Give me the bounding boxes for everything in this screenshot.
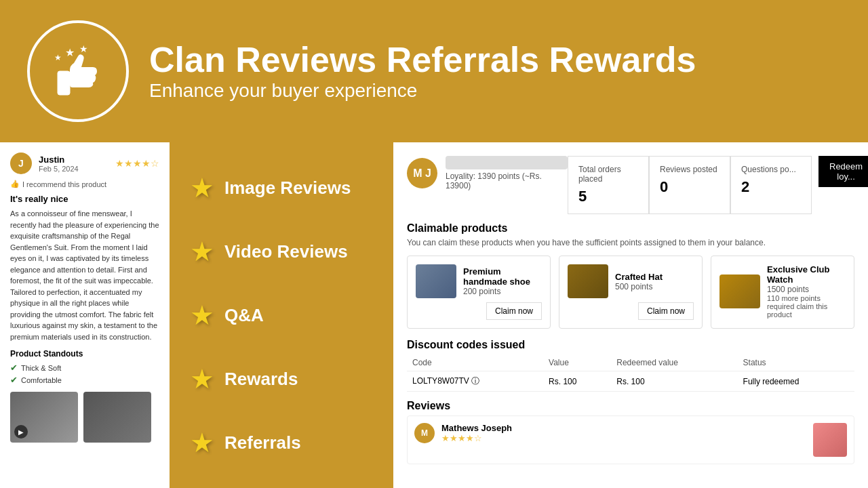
reviewer-name: Justin (39, 155, 115, 165)
feature-star-2: ★ (190, 236, 214, 267)
main-content: J Justin Feb 5, 2024 ★★★★☆ 👍 I recommend… (0, 142, 868, 488)
product-card-inner-watch: Exclusive Club Watch 1500 points 110 mor… (719, 264, 846, 319)
product-image-shoe (416, 264, 456, 298)
feature-image-reviews: ★ Image Reviews (190, 172, 373, 203)
reviewer-info: Justin Feb 5, 2024 (39, 155, 115, 173)
reviews-section-title: Reviews (407, 400, 854, 412)
feature-label-3: Q&A (224, 305, 264, 326)
reviewer-avatar: J (10, 152, 32, 174)
svg-text:★: ★ (54, 53, 62, 62)
review-product-image (813, 423, 847, 457)
feature-label-5: Referrals (224, 432, 301, 453)
product-points-watch: 1500 points (767, 285, 846, 294)
product-points-hat: 500 points (615, 282, 663, 291)
product-card-watch: Exclusive Club Watch 1500 points 110 mor… (711, 256, 854, 329)
product-card-hat: Crafted Hat 500 points Claim now (559, 256, 703, 329)
stat-reviews: Reviews posted 0 (649, 156, 730, 214)
claimable-desc: You can claim these products when you ha… (407, 238, 854, 247)
check-icon-1: ✔ (10, 363, 18, 373)
review-images: ▶ (10, 392, 159, 443)
claim-button-shoe[interactable]: Claim now (486, 302, 542, 320)
app-title: Clan Reviews Referrals Rewards (149, 41, 696, 79)
stat-orders: Total orders placed 5 (568, 156, 649, 214)
review-image-1: ▶ (10, 392, 78, 443)
col-redeemed: Redeemed value (611, 354, 737, 371)
review-card-panel: J Justin Feb 5, 2024 ★★★★☆ 👍 I recommend… (0, 142, 170, 488)
stat-orders-value: 5 (578, 188, 638, 205)
review-reviewer-name: Mathews Joseph (441, 423, 806, 433)
standout-item-2: ✔ Comfortable (10, 375, 159, 385)
product-info-watch: Exclusive Club Watch 1500 points 110 mor… (767, 264, 846, 319)
col-value: Value (543, 354, 611, 371)
reviewer-header: J Justin Feb 5, 2024 ★★★★☆ (10, 152, 159, 174)
stat-reviews-label: Reviews posted (660, 165, 719, 174)
review-info-sm: Mathews Joseph ★★★★☆ (441, 423, 806, 443)
logo-svg: ★ ★ ★ (44, 37, 112, 105)
discount-value: Rs. 100 (543, 371, 611, 392)
review-body: As a connoisseur of fine menswear, I rec… (10, 208, 159, 342)
feature-label-4: Rewards (224, 369, 298, 390)
review-image-2 (83, 392, 151, 443)
stat-questions-label: Questions po... (741, 165, 801, 174)
header-section: ★ ★ ★ Clan Reviews Referrals Rewards Enh… (0, 0, 868, 142)
product-note-watch: 110 more points required claim this prod… (767, 294, 846, 319)
product-image-hat (568, 264, 608, 298)
stats-row: Total orders placed 5 Reviews posted 0 Q… (568, 156, 868, 214)
standouts-label: Product Standouts (10, 349, 159, 359)
discount-title: Discount codes issued (407, 339, 854, 351)
reviewer-date: Feb 5, 2024 (39, 165, 115, 173)
discount-redeemed: Rs. 100 (611, 371, 737, 392)
standout-item-1: ✔ Thick & Soft (10, 363, 159, 373)
product-name-watch: Exclusive Club Watch (767, 264, 846, 285)
feature-star-1: ★ (190, 172, 214, 203)
product-card-inner-hat: Crafted Hat 500 points (568, 264, 694, 298)
svg-text:★: ★ (65, 47, 75, 58)
redeem-button[interactable]: Redeem loy... (818, 156, 868, 187)
product-image-watch (719, 274, 760, 308)
app-subtitle: Enhance your buyer experience (149, 80, 696, 102)
stat-reviews-value: 0 (660, 178, 719, 196)
claimable-title: Claimable products (407, 222, 854, 235)
product-info-hat: Crafted Hat 500 points (615, 272, 663, 291)
feature-star-5: ★ (190, 427, 214, 458)
review-title: It's really nice (10, 194, 159, 204)
discount-row-1: LOLTY8W07TV ⓘ Rs. 100 Rs. 100 Fully rede… (407, 371, 854, 392)
feature-star-3: ★ (190, 300, 214, 331)
discount-table: Code Value Redeemed value Status LOLTY8W… (407, 354, 854, 392)
discount-code: LOLTY8W07TV ⓘ (407, 371, 543, 392)
svg-rect-0 (58, 71, 70, 95)
claim-button-hat[interactable]: Claim now (638, 302, 694, 320)
product-points-shoe: 200 points (463, 287, 542, 296)
review-avatar-sm: M (414, 423, 435, 443)
product-info-shoe: Premium handmade shoe 200 points (463, 266, 542, 296)
product-name-hat: Crafted Hat (615, 272, 663, 282)
star-rating: ★★★★☆ (115, 158, 159, 169)
user-avatar: M J (407, 158, 437, 188)
feature-label-2: Video Reviews (224, 241, 348, 262)
dashboard-panel: M J Loyality: 1390 points (~Rs. 13900) T… (393, 142, 868, 488)
col-code: Code (407, 354, 543, 371)
products-row: Premium handmade shoe 200 points Claim n… (407, 256, 854, 329)
review-stars-sm: ★★★★☆ (441, 433, 806, 443)
stat-orders-label: Total orders placed (578, 165, 638, 184)
stat-questions-value: 2 (741, 178, 801, 196)
discount-status: Fully redeemed (738, 371, 854, 392)
stat-questions: Questions po... 2 (730, 156, 812, 214)
feature-rewards: ★ Rewards (190, 363, 373, 394)
play-button-1[interactable]: ▶ (14, 425, 28, 439)
user-row: M J Loyality: 1390 points (~Rs. 13900) T… (407, 156, 854, 214)
feature-star-4: ★ (190, 363, 214, 394)
feature-video-reviews: ★ Video Reviews (190, 236, 373, 267)
user-loyalty: Loyality: 1390 points (~Rs. 13900) (446, 171, 568, 190)
redeem-area: Redeem loy... (812, 156, 868, 214)
check-icon-2: ✔ (10, 375, 18, 385)
thumbs-up-icon: 👍 (10, 180, 20, 188)
col-status: Status (738, 354, 854, 371)
features-panel: ★ Image Reviews ★ Video Reviews ★ Q&A ★ … (170, 142, 393, 488)
app-logo: ★ ★ ★ (27, 20, 129, 122)
svg-text:★: ★ (79, 43, 88, 54)
header-text: Clan Reviews Referrals Rewards Enhance y… (149, 41, 696, 101)
product-card-inner-shoe: Premium handmade shoe 200 points (416, 264, 542, 298)
user-name-bar (446, 156, 568, 169)
reviews-section: Reviews M Mathews Joseph ★★★★☆ (407, 400, 854, 464)
